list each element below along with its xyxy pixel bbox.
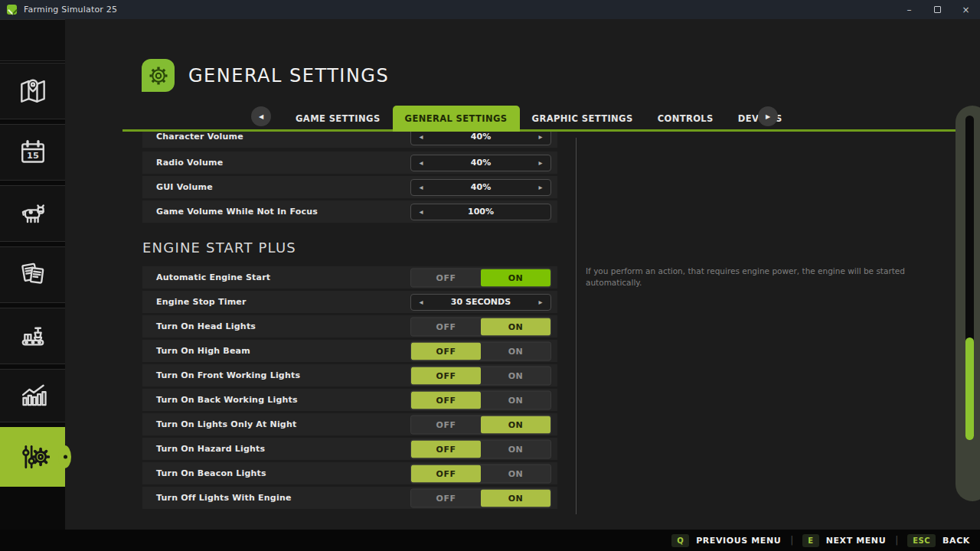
setting-label: Turn On Head Lights bbox=[156, 321, 256, 331]
stepper: ◂40%▸ bbox=[410, 179, 551, 196]
setting-row: Turn On High BeamOFFON bbox=[142, 340, 557, 362]
production-icon bbox=[16, 319, 50, 353]
toggle-on-button[interactable]: ON bbox=[481, 416, 550, 433]
maximize-button[interactable] bbox=[923, 0, 952, 19]
toggle-on-button[interactable]: ON bbox=[481, 440, 550, 458]
statistics-icon bbox=[16, 379, 50, 412]
setting-label: Game Volume While Not In Focus bbox=[156, 207, 318, 217]
stepper-left-icon[interactable]: ◂ bbox=[411, 207, 431, 216]
setting-control: OFFON bbox=[410, 268, 551, 287]
app-logo-icon bbox=[7, 5, 17, 15]
toggle-off-button[interactable]: OFF bbox=[411, 342, 481, 360]
footer-action-label[interactable]: PREVIOUS MENU bbox=[696, 536, 781, 546]
stepper-left-icon[interactable]: ◂ bbox=[411, 183, 431, 191]
tab-game-settings[interactable]: GAME SETTINGS bbox=[283, 106, 393, 132]
setting-row: GUI Volume◂40%▸ bbox=[142, 176, 557, 198]
sidebar-item-map[interactable] bbox=[0, 63, 65, 119]
setting-row: Game Volume While Not In Focus◂100% bbox=[142, 201, 557, 223]
section-title: ENGINE START PLUS bbox=[142, 240, 557, 256]
setting-row: Turn On Lights Only At NightOFFON bbox=[142, 413, 557, 435]
toggle-off-button[interactable]: OFF bbox=[411, 367, 481, 384]
stepper-left-icon[interactable]: ◂ bbox=[411, 158, 431, 167]
setting-control: ◂30 SECONDS▸ bbox=[410, 294, 551, 311]
maximize-icon bbox=[934, 6, 941, 13]
stepper-left-icon[interactable]: ◂ bbox=[411, 298, 431, 306]
setting-control: OFFON bbox=[410, 439, 551, 458]
sidebar-item-contracts[interactable] bbox=[0, 246, 65, 303]
sidebar-item-statistics[interactable] bbox=[0, 369, 65, 422]
toggle-on-button[interactable]: ON bbox=[481, 342, 550, 360]
stepper-value: 30 SECONDS bbox=[431, 297, 531, 307]
setting-label: Turn On Front Working Lights bbox=[156, 370, 300, 380]
sidebar-item-calendar[interactable]: 15 bbox=[0, 124, 65, 181]
stepper-value: 40% bbox=[431, 132, 531, 142]
footer-hint-q: QPREVIOUS MENU bbox=[671, 534, 781, 547]
scrollbar-thumb[interactable] bbox=[965, 337, 974, 440]
close-button[interactable]: × bbox=[952, 0, 980, 19]
toggle-off-button[interactable]: OFF bbox=[411, 465, 481, 482]
setting-label: Turn On Lights Only At Night bbox=[156, 419, 296, 429]
tabs-next-button[interactable]: ▶ bbox=[758, 106, 778, 126]
toggle-on-button[interactable]: ON bbox=[481, 489, 550, 507]
toggle-on-button[interactable]: ON bbox=[481, 269, 550, 286]
sidebar-item-production[interactable] bbox=[0, 308, 65, 364]
toggle-off-button[interactable]: OFF bbox=[411, 318, 481, 335]
sidebar-item-animals[interactable] bbox=[0, 185, 65, 242]
setting-control: OFFON bbox=[410, 366, 551, 385]
toggle-off-button[interactable]: OFF bbox=[411, 269, 481, 286]
toggle-off-button[interactable]: OFF bbox=[411, 416, 481, 433]
sidebar-nav: 15 bbox=[0, 19, 65, 530]
setting-row: Turn On Front Working LightsOFFON bbox=[142, 364, 557, 386]
stepper-value: 40% bbox=[431, 182, 531, 192]
help-line: If you perform an action, that requires … bbox=[586, 266, 953, 277]
stepper-right-icon[interactable]: ▸ bbox=[531, 132, 550, 141]
setting-row: Turn On Head LightsOFFON bbox=[142, 315, 557, 337]
setting-row: Turn Off Lights With EngineOFFON bbox=[142, 487, 557, 509]
map-icon bbox=[16, 74, 50, 108]
toggle: OFFON bbox=[410, 366, 551, 385]
footer-action-label[interactable]: BACK bbox=[942, 536, 970, 546]
setting-row: Automatic Engine StartOFFON bbox=[142, 266, 557, 289]
calendar-icon: 15 bbox=[16, 135, 50, 169]
toggle-on-button[interactable]: ON bbox=[481, 367, 550, 384]
setting-label: Automatic Engine Start bbox=[156, 272, 270, 282]
key-badge: E bbox=[802, 534, 818, 547]
setting-row: Engine Stop Timer◂30 SECONDS▸ bbox=[142, 291, 557, 313]
setting-control: ◂40%▸ bbox=[410, 155, 551, 171]
help-line: automatically. bbox=[586, 277, 953, 289]
key-badge: ESC bbox=[907, 534, 936, 547]
clipped-row-wrapper: Character Volume◂40%▸ bbox=[142, 132, 557, 148]
toggle-off-button[interactable]: OFF bbox=[411, 489, 481, 507]
cow-icon bbox=[16, 197, 50, 230]
window-controls: – × bbox=[895, 0, 980, 19]
svg-text:15: 15 bbox=[27, 150, 39, 161]
minimize-button[interactable]: – bbox=[895, 0, 923, 19]
toggle-on-button[interactable]: ON bbox=[481, 391, 550, 409]
setting-row: Radio Volume◂40%▸ bbox=[142, 152, 557, 174]
footer-separator: | bbox=[790, 535, 793, 546]
tab-graphic-settings[interactable]: GRAPHIC SETTINGS bbox=[520, 106, 645, 132]
setting-control: ◂40%▸ bbox=[410, 179, 551, 196]
stepper-right-icon[interactable]: ▸ bbox=[531, 183, 550, 191]
stepper-right-icon[interactable]: ▸ bbox=[531, 298, 550, 306]
toggle-on-button[interactable]: ON bbox=[481, 318, 550, 335]
toggle-on-button[interactable]: ON bbox=[481, 465, 550, 482]
setting-label: Radio Volume bbox=[156, 158, 223, 168]
footer-action-label[interactable]: NEXT MENU bbox=[826, 536, 887, 546]
tab-general-settings[interactable]: GENERAL SETTINGS bbox=[393, 106, 520, 132]
key-badge: Q bbox=[671, 534, 689, 547]
toggle-off-button[interactable]: OFF bbox=[411, 391, 481, 409]
setting-label: Turn Off Lights With Engine bbox=[156, 493, 292, 503]
setting-label: Turn On High Beam bbox=[156, 346, 250, 356]
setting-control: ◂100% bbox=[410, 204, 551, 220]
stepper-right-icon[interactable]: ▸ bbox=[531, 158, 550, 167]
tab-controls[interactable]: CONTROLS bbox=[645, 106, 726, 132]
setting-label: Engine Stop Timer bbox=[156, 297, 247, 307]
setting-control: OFFON bbox=[410, 415, 551, 434]
footer-hint-esc: ESCBACK bbox=[907, 534, 970, 547]
sidebar-item-settings[interactable] bbox=[0, 427, 65, 487]
tabs-prev-button[interactable]: ◀ bbox=[251, 106, 271, 126]
toggle-off-button[interactable]: OFF bbox=[411, 440, 481, 458]
stepper-left-icon[interactable]: ◂ bbox=[411, 132, 431, 141]
setting-control: OFFON bbox=[410, 464, 551, 483]
